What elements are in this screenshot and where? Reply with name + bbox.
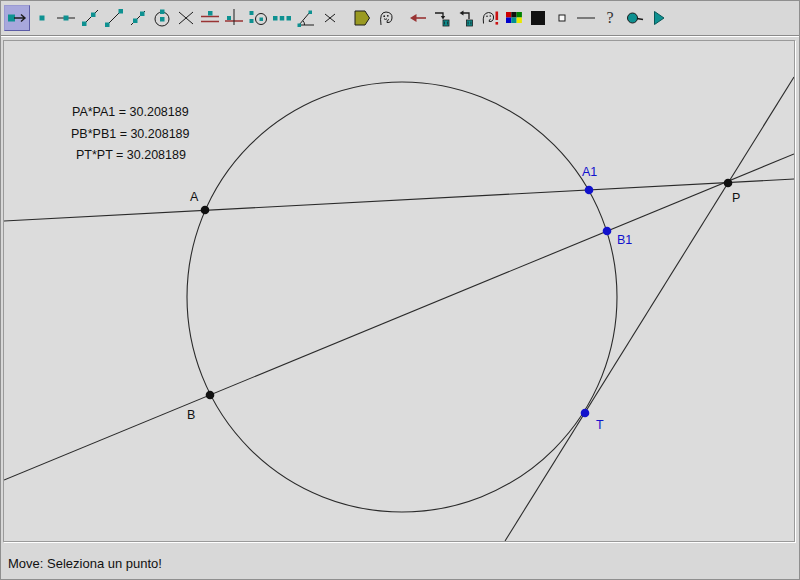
line-secant-P-A-A1[interactable] bbox=[4, 179, 794, 221]
point-B1[interactable] bbox=[603, 227, 612, 236]
parallel-tool-button[interactable] bbox=[198, 5, 222, 31]
point-label-P: P bbox=[732, 191, 740, 205]
status-message: Move: Seleziona un punto! bbox=[8, 556, 162, 571]
point-label-B1: B1 bbox=[617, 233, 632, 247]
delete-icon bbox=[320, 8, 340, 28]
restore-from-trash-tool-button[interactable] bbox=[454, 5, 478, 31]
intersection-tool-button[interactable] bbox=[174, 5, 198, 31]
show-hidden-icon bbox=[480, 8, 500, 28]
ray-tool-button[interactable] bbox=[78, 5, 102, 31]
point-style-icon bbox=[552, 8, 572, 28]
line-secant-P-B-B1[interactable] bbox=[4, 154, 794, 480]
app-window: ? ABPA1B1TPA*PA1 = 30.208189PB*PB1 = 30.… bbox=[0, 0, 800, 580]
point-label-T: T bbox=[596, 418, 604, 432]
point-B[interactable] bbox=[206, 391, 215, 400]
toolbar: ? bbox=[1, 1, 799, 36]
svg-text:?: ? bbox=[606, 9, 613, 26]
back-tool-button[interactable] bbox=[406, 5, 430, 31]
fixed-segment-icon bbox=[128, 8, 148, 28]
point-P[interactable] bbox=[724, 179, 733, 188]
intersection-icon bbox=[176, 8, 196, 28]
point-A1[interactable] bbox=[585, 186, 594, 195]
show-hidden-tool-button[interactable] bbox=[478, 5, 502, 31]
perpendicular-tool-button[interactable] bbox=[222, 5, 246, 31]
magnifier-icon bbox=[624, 8, 644, 28]
color-palette-icon bbox=[504, 8, 524, 28]
main-circle[interactable] bbox=[187, 82, 617, 512]
angle-icon bbox=[296, 8, 316, 28]
point-tool-button[interactable] bbox=[30, 5, 54, 31]
line-tool-button[interactable] bbox=[54, 5, 78, 31]
line-icon bbox=[56, 8, 76, 28]
run-icon bbox=[648, 8, 668, 28]
delete-tool-button[interactable] bbox=[318, 5, 342, 31]
delete-to-trash-icon bbox=[432, 8, 452, 28]
midpoint-icon bbox=[272, 8, 292, 28]
ray-icon bbox=[80, 8, 100, 28]
midpoint-tool-button[interactable] bbox=[270, 5, 294, 31]
compass-icon bbox=[248, 8, 268, 28]
parallel-icon bbox=[200, 8, 220, 28]
angle-tool-button[interactable] bbox=[294, 5, 318, 31]
polygon-tool-button[interactable] bbox=[350, 5, 374, 31]
color-black-icon bbox=[528, 8, 548, 28]
line-tangent-P-T[interactable] bbox=[505, 77, 794, 541]
run-tool-button[interactable] bbox=[646, 5, 670, 31]
drawing-canvas[interactable]: ABPA1B1TPA*PA1 = 30.208189PB*PB1 = 30.20… bbox=[3, 40, 795, 542]
color-black-tool-button[interactable] bbox=[526, 5, 550, 31]
segment-tool-button[interactable] bbox=[102, 5, 126, 31]
point-A[interactable] bbox=[201, 206, 210, 215]
hide-object-tool-button[interactable] bbox=[374, 5, 398, 31]
point-label-A: A bbox=[190, 190, 199, 204]
move-tool-button[interactable] bbox=[4, 5, 30, 31]
line-width-tool-button[interactable] bbox=[574, 5, 598, 31]
hide-object-icon bbox=[376, 8, 396, 28]
help-icon: ? bbox=[600, 8, 620, 28]
move-icon bbox=[7, 8, 27, 28]
magnifier-tool-button[interactable] bbox=[622, 5, 646, 31]
circle-icon bbox=[152, 8, 172, 28]
delete-to-trash-tool-button[interactable] bbox=[430, 5, 454, 31]
segment-icon bbox=[104, 8, 124, 28]
fixed-segment-tool-button[interactable] bbox=[126, 5, 150, 31]
geometry-svg[interactable]: ABPA1B1TPA*PA1 = 30.208189PB*PB1 = 30.20… bbox=[4, 41, 794, 541]
point-style-tool-button[interactable] bbox=[550, 5, 574, 31]
polygon-icon bbox=[352, 8, 372, 28]
point-label-A1: A1 bbox=[582, 165, 597, 179]
point-T[interactable] bbox=[581, 409, 590, 418]
circle-tool-button[interactable] bbox=[150, 5, 174, 31]
point-label-B: B bbox=[187, 408, 195, 422]
expression-text[interactable]: PT*PT = 30.208189 bbox=[76, 148, 186, 162]
restore-from-trash-icon bbox=[456, 8, 476, 28]
point-icon bbox=[32, 8, 52, 28]
help-tool-button[interactable]: ? bbox=[598, 5, 622, 31]
back-icon bbox=[408, 8, 428, 28]
perpendicular-icon bbox=[224, 8, 244, 28]
color-palette-tool-button[interactable] bbox=[502, 5, 526, 31]
expression-text[interactable]: PB*PB1 = 30.208189 bbox=[71, 127, 190, 141]
line-width-icon bbox=[576, 8, 596, 28]
expression-text[interactable]: PA*PA1 = 30.208189 bbox=[72, 105, 189, 119]
statusbar: Move: Seleziona un punto! bbox=[1, 549, 799, 579]
compass-tool-button[interactable] bbox=[246, 5, 270, 31]
